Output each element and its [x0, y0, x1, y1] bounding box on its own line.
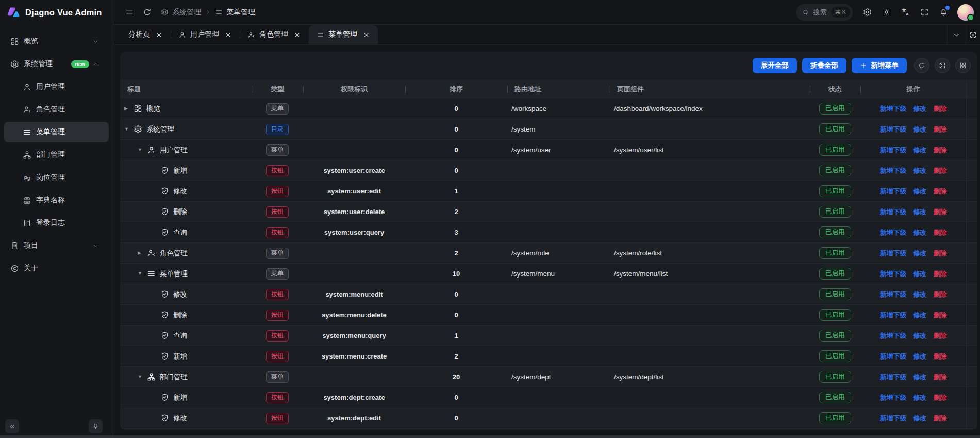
action-delete[interactable]: 删除 — [934, 331, 947, 340]
action-edit[interactable]: 修改 — [913, 372, 927, 382]
sidebar-item-角色管理[interactable]: 角色管理 — [4, 99, 109, 120]
action-delete[interactable]: 删除 — [934, 187, 947, 196]
sidebar-item-用户管理[interactable]: 用户管理 — [4, 76, 109, 97]
tab-list-dropdown-button[interactable] — [947, 25, 966, 44]
action-edit[interactable]: 修改 — [913, 145, 927, 155]
action-edit[interactable]: 修改 — [913, 331, 927, 340]
action-edit[interactable]: 修改 — [913, 414, 927, 423]
refresh-table-button[interactable] — [914, 58, 929, 73]
sidebar-item-系统管理[interactable]: 系统管理new — [4, 54, 109, 74]
collapse-sidebar-button[interactable] — [5, 419, 19, 433]
action-delete[interactable]: 删除 — [934, 207, 947, 217]
expand-toggle[interactable]: ▼ — [138, 271, 147, 276]
action-add-child[interactable]: 新增下级 — [880, 290, 907, 299]
action-edit[interactable]: 修改 — [913, 290, 927, 299]
action-add-child[interactable]: 新增下级 — [880, 249, 907, 258]
refresh-page-button[interactable] — [138, 4, 156, 21]
action-delete[interactable]: 删除 — [934, 249, 947, 258]
notifications-button[interactable] — [935, 4, 952, 21]
expand-toggle[interactable]: ▶ — [138, 251, 147, 255]
action-add-child[interactable]: 新增下级 — [880, 125, 907, 134]
action-edit[interactable]: 修改 — [913, 393, 927, 402]
action-add-child[interactable]: 新增下级 — [880, 352, 907, 361]
breadcrumb-item-menu[interactable]: 菜单管理 — [215, 8, 255, 17]
action-edit[interactable]: 修改 — [913, 249, 927, 258]
add-menu-button[interactable]: 新增菜单 — [852, 58, 907, 73]
action-delete[interactable]: 删除 — [934, 166, 947, 175]
collapse-all-button[interactable]: 折叠全部 — [802, 58, 846, 73]
action-delete[interactable]: 删除 — [934, 393, 947, 402]
theme-toggle-button[interactable] — [877, 4, 895, 21]
sidebar-item-关于[interactable]: 关于 — [4, 258, 109, 279]
status-badge: 已启用 — [819, 330, 851, 342]
tab-close-icon[interactable] — [293, 31, 301, 39]
search-input[interactable]: 搜索 ⌘ K — [796, 4, 853, 21]
action-add-child[interactable]: 新增下级 — [880, 207, 907, 217]
sidebar-item-登录日志[interactable]: 登录日志 — [4, 213, 109, 233]
action-edit[interactable]: 修改 — [913, 352, 927, 361]
sidebar-item-部门管理[interactable]: 部门管理 — [4, 144, 109, 165]
maximize-content-button[interactable] — [966, 25, 980, 44]
action-edit[interactable]: 修改 — [913, 104, 927, 113]
fullscreen-button[interactable] — [916, 4, 933, 21]
settings-button[interactable] — [858, 4, 876, 21]
action-delete[interactable]: 删除 — [934, 145, 947, 155]
action-delete[interactable]: 删除 — [934, 414, 947, 423]
sidebar-item-字典名称[interactable]: 字典名称 — [4, 190, 109, 210]
expand-all-button[interactable]: 展开全部 — [753, 58, 797, 73]
sidebar-item-菜单管理[interactable]: 菜单管理 — [4, 122, 109, 142]
tab-close-icon[interactable] — [362, 31, 370, 39]
action-delete[interactable]: 删除 — [934, 372, 947, 382]
tab-label: 菜单管理 — [328, 30, 357, 39]
action-delete[interactable]: 删除 — [934, 290, 947, 299]
action-edit[interactable]: 修改 — [913, 269, 927, 279]
action-delete[interactable]: 删除 — [934, 352, 947, 361]
action-edit[interactable]: 修改 — [913, 166, 927, 175]
action-add-child[interactable]: 新增下级 — [880, 166, 907, 175]
expand-toggle[interactable]: ▼ — [138, 375, 147, 379]
action-add-child[interactable]: 新增下级 — [880, 393, 907, 402]
action-add-child[interactable]: 新增下级 — [880, 269, 907, 279]
action-add-child[interactable]: 新增下级 — [880, 311, 907, 320]
breadcrumb-item-system[interactable]: 系统管理 — [161, 8, 201, 17]
expand-toggle[interactable]: ▼ — [124, 127, 134, 132]
sidebar-item-岗位管理[interactable]: Pg岗位管理 — [4, 167, 109, 188]
action-delete[interactable]: 删除 — [934, 125, 947, 134]
toggle-sidebar-button[interactable] — [121, 4, 138, 21]
tab-close-icon[interactable] — [224, 31, 232, 39]
action-add-child[interactable]: 新增下级 — [880, 228, 907, 237]
tab-menus[interactable]: 菜单管理 — [309, 25, 378, 44]
action-add-child[interactable]: 新增下级 — [880, 414, 907, 423]
row-title: 部门管理 — [160, 372, 188, 382]
tab-roles[interactable]: 角色管理 — [240, 25, 309, 44]
tab-analysis[interactable]: 分析页 — [121, 25, 171, 44]
tab-close-icon[interactable] — [155, 31, 163, 39]
fullscreen-table-button[interactable] — [935, 58, 950, 73]
row-actions: 新增下级修改删除 — [860, 311, 966, 320]
horizontal-scrollbar[interactable] — [0, 435, 980, 438]
sidebar-item-项目[interactable]: 项目 — [4, 235, 109, 256]
action-add-child[interactable]: 新增下级 — [880, 187, 907, 196]
action-edit[interactable]: 修改 — [913, 125, 927, 134]
action-add-child[interactable]: 新增下级 — [880, 104, 907, 113]
expand-toggle[interactable]: ▼ — [138, 148, 147, 152]
action-edit[interactable]: 修改 — [913, 228, 927, 237]
expand-toggle[interactable]: ▶ — [124, 106, 134, 111]
action-edit[interactable]: 修改 — [913, 311, 927, 320]
action-delete[interactable]: 删除 — [934, 104, 947, 113]
tab-users[interactable]: 用户管理 — [171, 25, 240, 44]
action-delete[interactable]: 删除 — [934, 269, 947, 279]
action-add-child[interactable]: 新增下级 — [880, 372, 907, 382]
language-button[interactable]: 文A — [896, 4, 914, 21]
action-add-child[interactable]: 新增下级 — [880, 145, 907, 155]
action-add-child[interactable]: 新增下级 — [880, 331, 907, 340]
action-edit[interactable]: 修改 — [913, 207, 927, 217]
pin-sidebar-button[interactable] — [89, 419, 103, 433]
column-settings-button[interactable] — [955, 58, 971, 73]
action-edit[interactable]: 修改 — [913, 187, 927, 196]
sidebar-item-label: 字典名称 — [36, 196, 65, 205]
user-avatar[interactable] — [957, 4, 974, 21]
action-delete[interactable]: 删除 — [934, 311, 947, 320]
action-delete[interactable]: 删除 — [934, 228, 947, 237]
sidebar-item-概览[interactable]: 概览 — [4, 31, 109, 52]
